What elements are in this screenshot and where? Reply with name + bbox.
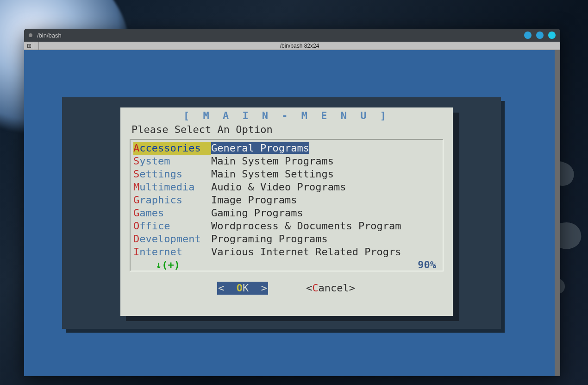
scroll-down-icon: ↓(+) (156, 259, 180, 271)
ok-button-close: > (249, 282, 267, 294)
menu-item-tag-rest: evelopment (139, 233, 200, 245)
menu-item-tag-rest: ultimedia (139, 181, 194, 193)
ok-button[interactable]: < OK > (217, 282, 268, 295)
menu-item-desc: Gaming Programs (211, 207, 440, 220)
terminal-viewport[interactable]: [ M A I N - M E N U ] Please Select An O… (24, 50, 560, 376)
menu-item-tag: Accessories (133, 142, 211, 155)
menu-item-tag-rest: ccessories (139, 142, 200, 154)
menu-item-tag-rest: ystem (139, 155, 170, 167)
window-titlebar[interactable]: /bin/bash (24, 29, 560, 42)
menu-item-tag-rest: ffice (139, 220, 170, 232)
new-tab-icon[interactable]: ⊞ (24, 42, 34, 50)
menu-item[interactable]: SystemMain System Programs (131, 155, 442, 168)
menu-item-tag: Office (133, 220, 211, 233)
menu-item-desc: Various Internet Related Progrs (211, 246, 440, 259)
menu-item-tag-rest: raphics (139, 194, 182, 206)
menu-item-tag: Settings (133, 168, 211, 181)
window-close-button[interactable] (548, 32, 556, 39)
menu-item-desc: Audio & Video Programs (211, 181, 440, 194)
menu-item-tag: Internet (133, 246, 211, 259)
menu-item-hotkey: I (133, 246, 139, 258)
menu-item-tag: Multimedia (133, 181, 211, 194)
dialog-prompt: Please Select An Option (131, 123, 444, 136)
scroll-percent: 90% (418, 259, 436, 271)
menu-list[interactable]: AccessoriesGeneral ProgramsSystemMain Sy… (130, 139, 444, 271)
window-title: /bin/bash (37, 32, 62, 39)
cancel-button-hotkey: C (312, 282, 318, 294)
cancel-button-label: ancel (319, 282, 349, 294)
menu-item-tag: Graphics (133, 194, 211, 207)
menu-item-tag: Games (133, 207, 211, 220)
menu-scroll-indicator: ↓(+) 90% (131, 259, 442, 271)
terminal-tab-strip: ⊞ /bin/bash 82x24 (24, 42, 560, 50)
menu-item-tag-rest: nternet (139, 246, 182, 258)
ok-button-open: < (218, 282, 237, 294)
cancel-button[interactable]: <Cancel> (305, 282, 356, 295)
dialog-title-bracket-close: ] (380, 110, 390, 121)
menu-item[interactable]: OfficeWordprocess & Documents Program (131, 220, 442, 233)
menu-item-desc: Image Programs (211, 194, 440, 207)
menu-item-tag: Development (133, 233, 211, 246)
menu-item-hotkey: S (133, 155, 139, 167)
menu-item[interactable]: InternetVarious Internet Related Progrs (131, 246, 442, 259)
menu-item-hotkey: G (133, 194, 139, 206)
dialog-title-bracket-open: [ (183, 110, 193, 121)
ok-button-hotkey: O (237, 282, 243, 294)
menu-item-hotkey: A (133, 142, 139, 154)
menu-item[interactable]: GamesGaming Programs (131, 207, 442, 220)
cancel-button-open: < (306, 282, 312, 294)
menu-item-hotkey: O (133, 220, 139, 232)
menu-item-tag-rest: ames (139, 207, 164, 219)
menu-item-desc: Main System Settings (211, 168, 440, 181)
ok-button-label: K (243, 282, 249, 294)
terminal-scrollbar-thumb[interactable] (555, 50, 560, 376)
window-menu-icon[interactable] (29, 33, 32, 37)
menu-item-hotkey: S (133, 168, 139, 180)
menu-item-tag-rest: ettings (139, 168, 182, 180)
menu-item-hotkey: G (133, 207, 139, 219)
menu-item-hotkey: D (133, 233, 139, 245)
cancel-button-close: > (349, 282, 355, 294)
terminal-tab-title[interactable]: /bin/bash 82x24 (39, 43, 560, 49)
menu-item-desc: Wordprocess & Documents Program (211, 220, 440, 233)
tab-separator (34, 42, 39, 50)
window-minimize-button[interactable] (524, 32, 532, 39)
menu-item[interactable]: MultimediaAudio & Video Programs (131, 181, 442, 194)
menu-item[interactable]: SettingsMain System Settings (131, 168, 442, 181)
window-maximize-button[interactable] (536, 32, 544, 39)
menu-item[interactable]: AccessoriesGeneral Programs (131, 142, 442, 155)
dialog-button-row: < OK > <Cancel> (129, 282, 444, 295)
menu-item-desc: Programing Programs (211, 233, 440, 246)
menu-item-hotkey: M (133, 181, 139, 193)
terminal-scrollbar[interactable] (555, 50, 560, 376)
window-controls (524, 32, 556, 39)
menu-item[interactable]: DevelopmentPrograming Programs (131, 233, 442, 246)
menu-item[interactable]: GraphicsImage Programs (131, 194, 442, 207)
menu-item-tag: System (133, 155, 211, 168)
dialog-title: [ M A I N - M E N U ] (129, 109, 444, 122)
dialog-title-text: M A I N - M E N U (193, 110, 380, 121)
terminal-window: /bin/bash ⊞ /bin/bash 82x24 [ M A I N - … (24, 29, 560, 376)
main-menu-dialog: [ M A I N - M E N U ] Please Select An O… (120, 107, 453, 316)
menu-item-desc: General Programs (211, 142, 440, 155)
menu-item-desc: Main System Programs (211, 155, 440, 168)
